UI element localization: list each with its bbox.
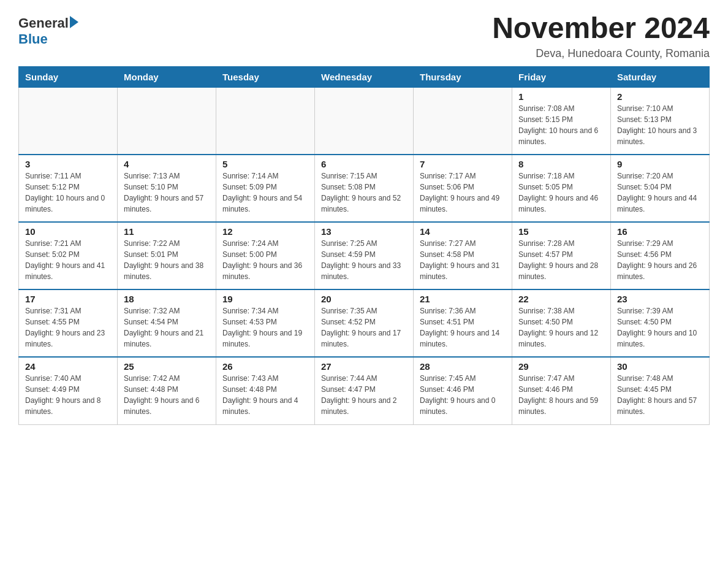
calendar-cell: 7Sunrise: 7:17 AM Sunset: 5:06 PM Daylig… <box>414 155 512 222</box>
header-monday: Monday <box>118 66 216 87</box>
day-number: 4 <box>124 159 210 169</box>
header-saturday: Saturday <box>611 66 710 87</box>
day-number: 1 <box>518 91 604 102</box>
title-area: November 2024 Deva, Hunedoara County, Ro… <box>492 12 710 60</box>
day-number: 25 <box>124 361 210 372</box>
day-number: 29 <box>518 361 604 372</box>
day-number: 23 <box>617 294 703 304</box>
day-number: 5 <box>222 159 308 169</box>
header-thursday: Thursday <box>414 66 512 87</box>
day-info: Sunrise: 7:48 AM Sunset: 4:45 PM Dayligh… <box>617 373 703 417</box>
day-number: 3 <box>25 159 111 169</box>
day-info: Sunrise: 7:43 AM Sunset: 4:48 PM Dayligh… <box>222 373 308 417</box>
week-row-3: 10Sunrise: 7:21 AM Sunset: 5:02 PM Dayli… <box>19 222 710 289</box>
calendar-cell: 1Sunrise: 7:08 AM Sunset: 5:15 PM Daylig… <box>512 87 611 155</box>
calendar-cell <box>315 87 414 155</box>
day-info: Sunrise: 7:18 AM Sunset: 5:05 PM Dayligh… <box>518 170 604 215</box>
day-info: Sunrise: 7:40 AM Sunset: 4:49 PM Dayligh… <box>25 373 111 417</box>
logo-top-line: General <box>18 12 78 31</box>
calendar-cell: 4Sunrise: 7:13 AM Sunset: 5:10 PM Daylig… <box>118 155 216 222</box>
calendar-cell: 12Sunrise: 7:24 AM Sunset: 5:00 PM Dayli… <box>216 222 315 289</box>
calendar-cell <box>216 87 315 155</box>
calendar-cell <box>414 87 512 155</box>
day-number: 26 <box>222 361 308 372</box>
calendar-cell <box>19 87 118 155</box>
calendar-cell: 26Sunrise: 7:43 AM Sunset: 4:48 PM Dayli… <box>216 357 315 424</box>
day-info: Sunrise: 7:42 AM Sunset: 4:48 PM Dayligh… <box>124 373 210 417</box>
day-number: 18 <box>124 294 210 304</box>
logo: General Blue <box>18 12 78 47</box>
calendar-cell: 5Sunrise: 7:14 AM Sunset: 5:09 PM Daylig… <box>216 155 315 222</box>
week-row-2: 3Sunrise: 7:11 AM Sunset: 5:12 PM Daylig… <box>19 155 710 222</box>
calendar-cell: 21Sunrise: 7:36 AM Sunset: 4:51 PM Dayli… <box>414 289 512 357</box>
day-number: 30 <box>617 361 703 372</box>
day-info: Sunrise: 7:11 AM Sunset: 5:12 PM Dayligh… <box>25 170 111 215</box>
calendar-header-row: SundayMondayTuesdayWednesdayThursdayFrid… <box>19 66 710 87</box>
day-info: Sunrise: 7:28 AM Sunset: 4:57 PM Dayligh… <box>518 238 604 282</box>
day-info: Sunrise: 7:47 AM Sunset: 4:46 PM Dayligh… <box>518 373 604 417</box>
calendar-cell: 15Sunrise: 7:28 AM Sunset: 4:57 PM Dayli… <box>512 222 611 289</box>
day-info: Sunrise: 7:20 AM Sunset: 5:04 PM Dayligh… <box>617 170 703 215</box>
day-number: 11 <box>124 226 210 237</box>
header-sunday: Sunday <box>19 66 118 87</box>
day-info: Sunrise: 7:24 AM Sunset: 5:00 PM Dayligh… <box>222 238 308 282</box>
week-row-1: 1Sunrise: 7:08 AM Sunset: 5:15 PM Daylig… <box>19 87 710 155</box>
day-info: Sunrise: 7:45 AM Sunset: 4:46 PM Dayligh… <box>420 373 506 417</box>
day-info: Sunrise: 7:31 AM Sunset: 4:55 PM Dayligh… <box>25 305 111 350</box>
day-info: Sunrise: 7:10 AM Sunset: 5:13 PM Dayligh… <box>617 103 703 147</box>
day-number: 28 <box>420 361 506 372</box>
header-tuesday: Tuesday <box>216 66 315 87</box>
calendar-cell: 28Sunrise: 7:45 AM Sunset: 4:46 PM Dayli… <box>414 357 512 424</box>
day-number: 10 <box>25 226 111 237</box>
week-row-5: 24Sunrise: 7:40 AM Sunset: 4:49 PM Dayli… <box>19 357 710 424</box>
day-info: Sunrise: 7:13 AM Sunset: 5:10 PM Dayligh… <box>124 170 210 215</box>
day-number: 17 <box>25 294 111 304</box>
day-number: 6 <box>321 159 407 169</box>
calendar-cell: 18Sunrise: 7:32 AM Sunset: 4:54 PM Dayli… <box>118 289 216 357</box>
day-number: 2 <box>617 91 703 102</box>
day-info: Sunrise: 7:25 AM Sunset: 4:59 PM Dayligh… <box>321 238 407 282</box>
day-number: 12 <box>222 226 308 237</box>
calendar-cell: 2Sunrise: 7:10 AM Sunset: 5:13 PM Daylig… <box>611 87 710 155</box>
day-info: Sunrise: 7:34 AM Sunset: 4:53 PM Dayligh… <box>222 305 308 350</box>
day-info: Sunrise: 7:29 AM Sunset: 4:56 PM Dayligh… <box>617 238 703 282</box>
day-number: 19 <box>222 294 308 304</box>
calendar-cell <box>118 87 216 155</box>
day-number: 24 <box>25 361 111 372</box>
logo-bottom-line: Blue <box>18 31 78 47</box>
calendar-cell: 14Sunrise: 7:27 AM Sunset: 4:58 PM Dayli… <box>414 222 512 289</box>
day-number: 9 <box>617 159 703 169</box>
day-number: 20 <box>321 294 407 304</box>
logo-general-text: General <box>18 15 69 31</box>
calendar-cell: 13Sunrise: 7:25 AM Sunset: 4:59 PM Dayli… <box>315 222 414 289</box>
day-info: Sunrise: 7:32 AM Sunset: 4:54 PM Dayligh… <box>124 305 210 350</box>
calendar-cell: 20Sunrise: 7:35 AM Sunset: 4:52 PM Dayli… <box>315 289 414 357</box>
calendar-cell: 30Sunrise: 7:48 AM Sunset: 4:45 PM Dayli… <box>611 357 710 424</box>
day-info: Sunrise: 7:15 AM Sunset: 5:08 PM Dayligh… <box>321 170 407 215</box>
day-info: Sunrise: 7:08 AM Sunset: 5:15 PM Dayligh… <box>518 103 604 147</box>
calendar-cell: 23Sunrise: 7:39 AM Sunset: 4:50 PM Dayli… <box>611 289 710 357</box>
day-number: 16 <box>617 226 703 237</box>
calendar-cell: 8Sunrise: 7:18 AM Sunset: 5:05 PM Daylig… <box>512 155 611 222</box>
week-row-4: 17Sunrise: 7:31 AM Sunset: 4:55 PM Dayli… <box>19 289 710 357</box>
day-info: Sunrise: 7:44 AM Sunset: 4:47 PM Dayligh… <box>321 373 407 417</box>
header-wednesday: Wednesday <box>315 66 414 87</box>
day-number: 13 <box>321 226 407 237</box>
day-info: Sunrise: 7:38 AM Sunset: 4:50 PM Dayligh… <box>518 305 604 350</box>
logo-blue-text: Blue <box>18 31 48 47</box>
calendar-cell: 16Sunrise: 7:29 AM Sunset: 4:56 PM Dayli… <box>611 222 710 289</box>
day-info: Sunrise: 7:27 AM Sunset: 4:58 PM Dayligh… <box>420 238 506 282</box>
calendar-cell: 27Sunrise: 7:44 AM Sunset: 4:47 PM Dayli… <box>315 357 414 424</box>
day-info: Sunrise: 7:22 AM Sunset: 5:01 PM Dayligh… <box>124 238 210 282</box>
day-number: 15 <box>518 226 604 237</box>
calendar-cell: 10Sunrise: 7:21 AM Sunset: 5:02 PM Dayli… <box>19 222 118 289</box>
day-info: Sunrise: 7:21 AM Sunset: 5:02 PM Dayligh… <box>25 238 111 282</box>
day-info: Sunrise: 7:36 AM Sunset: 4:51 PM Dayligh… <box>420 305 506 350</box>
calendar-cell: 22Sunrise: 7:38 AM Sunset: 4:50 PM Dayli… <box>512 289 611 357</box>
day-info: Sunrise: 7:14 AM Sunset: 5:09 PM Dayligh… <box>222 170 308 215</box>
calendar-cell: 24Sunrise: 7:40 AM Sunset: 4:49 PM Dayli… <box>19 357 118 424</box>
day-info: Sunrise: 7:39 AM Sunset: 4:50 PM Dayligh… <box>617 305 703 350</box>
day-number: 14 <box>420 226 506 237</box>
day-number: 22 <box>518 294 604 304</box>
calendar-cell: 11Sunrise: 7:22 AM Sunset: 5:01 PM Dayli… <box>118 222 216 289</box>
